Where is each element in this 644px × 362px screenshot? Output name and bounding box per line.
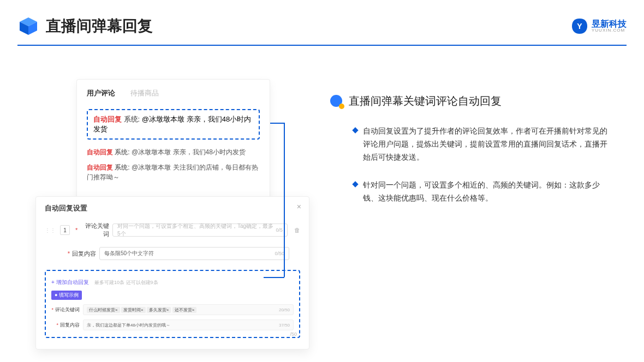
keyword-label: *评论关键词 (75, 222, 109, 238)
keyword-tag[interactable]: 什么时候发货× (87, 307, 120, 313)
auto-reply-tag: 自动回复 (93, 115, 122, 123)
reply-item: 自动回复 系统: @冰墩墩本墩 亲亲，我们48小时内发货 (87, 147, 260, 157)
auto-reply-tag: 自动回复 (87, 148, 113, 156)
page-title: 直播间弹幕回复 (46, 16, 153, 37)
keyword-count: 0/5 (276, 227, 283, 233)
bullet-item: 自动回复设置为了提升作者的评论回复效率，作者可在开播前针对常见的评论用户问题，提… (330, 125, 614, 164)
ex-keyword-label: *评论关键词 (51, 306, 80, 313)
required-star: * (68, 250, 70, 257)
brand-en: YUUXIN.COM (592, 28, 627, 33)
connector (284, 123, 285, 277)
form-row-keyword: ⋮⋮ 1 *评论关键词 对同一个问题，可设置多个相近、高频的关键词，Tag确定，… (45, 222, 300, 238)
content-input[interactable]: 每条限50个中文字符 0/50 (99, 247, 289, 260)
connector (264, 277, 284, 278)
bullet-text: 针对同一个问题，可设置多个相近的、高频的关键词。例如：这款多少钱、这块能优惠吗、… (363, 179, 614, 205)
required-star: * (75, 227, 77, 233)
sequence-number: 1 (60, 225, 70, 235)
form-row-content: *回复内容 每条限50个中文字符 0/50 (45, 247, 300, 260)
tab-user-comments[interactable]: 用户评论 (87, 88, 115, 98)
brand-icon: Y (571, 17, 588, 35)
right-section: 直播间弹幕关键词评论自动回复 自动回复设置为了提升作者的评论回复效率，作者可在开… (330, 94, 614, 220)
keyword-tag[interactable]: 多久发货× (147, 307, 171, 313)
cube-icon (17, 15, 39, 37)
system-tag: 系统: (113, 164, 132, 171)
required-star: * (51, 307, 53, 312)
system-tag: 系统: (122, 115, 142, 123)
content-count: 0/50 (275, 251, 284, 256)
close-icon[interactable]: × (297, 202, 301, 211)
trailing-count: /50 (290, 331, 297, 337)
settings-panel: 自动回复设置 × ⋮⋮ 1 *评论关键词 对同一个问题，可设置多个相近、高频的关… (35, 196, 309, 349)
content-placeholder: 每条限50个中文字符 (104, 250, 154, 257)
header: 直播间弹幕回复 Y 昱新科技 YUUXIN.COM (17, 15, 627, 37)
ex-content-text: 亲，我们这边都是下单48小时内发货的哦～ (87, 322, 170, 328)
keyword-tag[interactable]: 发货时间× (121, 307, 146, 313)
section-head: 直播间弹幕关键词评论自动回复 (330, 94, 614, 108)
section-title: 直播间弹幕关键词评论自动回复 (349, 94, 502, 108)
comment-panel: 用户评论 待播商品 自动回复 系统: @冰墩墩本墩 亲亲，我们48小时内发货 自… (76, 79, 270, 201)
keyword-tag[interactable]: 还不发货× (172, 307, 197, 313)
bullet-item: 针对同一个问题，可设置多个相近的、高频的关键词。例如：这款多少钱、这块能优惠吗、… (330, 179, 614, 205)
bullet-text: 自动回复设置为了提升作者的评论回复效率，作者可在开播前针对常见的评论用户问题，提… (363, 125, 614, 164)
header-rule (17, 45, 627, 46)
brand: Y 昱新科技 YUUXIN.COM (571, 17, 627, 35)
system-tag: 系统: (113, 148, 132, 156)
diamond-icon (352, 127, 358, 133)
header-left: 直播间弹幕回复 (17, 15, 153, 37)
keyword-placeholder: 对同一个问题，可设置多个相近、高频的关键词，Tag确定，最多5个 (117, 222, 276, 238)
example-content-row: *回复内容 亲，我们这边都是下单48小时内发货的哦～ 37/50 (51, 319, 294, 330)
settings-title: 自动回复设置 (45, 203, 300, 213)
add-reply-link[interactable]: + 增加自动回复 (51, 279, 89, 286)
example-block: + 增加自动回复 最多可建10条 还可以创建9条 ● 填写示例 *评论关键词 什… (45, 270, 300, 338)
keyword-input[interactable]: 对同一个问题，可设置多个相近、高频的关键词，Tag确定，最多5个 0/5 (112, 224, 288, 237)
svg-text:Y: Y (577, 22, 582, 31)
comment-tabs: 用户评论 待播商品 (87, 88, 260, 104)
auto-reply-tag: 自动回复 (87, 164, 113, 171)
tab-pending-goods[interactable]: 待播商品 (130, 88, 159, 98)
brand-cn: 昱新科技 (592, 20, 627, 28)
required-star: * (56, 322, 58, 328)
ex-content-label: *回复内容 (51, 322, 80, 329)
ex-content-input[interactable]: 亲，我们这边都是下单48小时内发货的哦～ 37/50 (83, 319, 294, 330)
drag-handle-icon[interactable]: ⋮⋮ (45, 227, 56, 233)
add-hint: 最多可建10条 还可以创建9条 (94, 280, 158, 285)
ex-content-count: 37/50 (279, 323, 290, 328)
brand-text: 昱新科技 YUUXIN.COM (592, 20, 627, 33)
delete-icon[interactable]: 🗑 (294, 227, 300, 233)
reply-item: 自动回复 系统: @冰墩墩本墩 关注我们的店铺，每日都有热门推荐呦～ (87, 162, 260, 182)
content-label: *回复内容 (62, 250, 96, 258)
bullet-dot-icon (330, 95, 343, 108)
example-keyword-row: *评论关键词 什么时候发货× 发货时间× 多久发货× 还不发货× 20/50 (51, 304, 294, 315)
highlighted-reply: 自动回复 系统: @冰墩墩本墩 亲亲，我们48小时内发货 (87, 109, 260, 140)
example-badge: ● 填写示例 (51, 291, 82, 300)
ex-keyword-input[interactable]: 什么时候发货× 发货时间× 多久发货× 还不发货× 20/50 (83, 304, 294, 315)
ex-keyword-count: 20/50 (279, 307, 290, 312)
connector (270, 123, 284, 124)
reply-text: @冰墩墩本墩 亲亲，我们48小时内发货 (132, 148, 246, 156)
diamond-icon (352, 182, 358, 188)
